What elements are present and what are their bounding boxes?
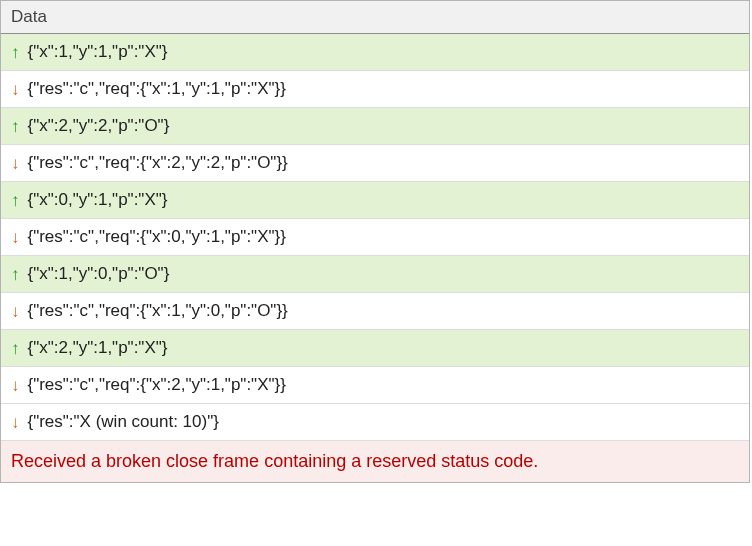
error-message: Received a broken close frame containing…: [1, 440, 749, 482]
row-text: {"x":2,"y":1,"p":"X"}: [28, 338, 168, 358]
rows-container: ↑{"x":1,"y":1,"p":"X"}↓{"res":"c","req":…: [1, 34, 749, 440]
data-row[interactable]: ↑{"x":2,"y":2,"p":"O"}: [1, 108, 749, 145]
arrow-down-icon: ↓: [11, 377, 20, 394]
data-panel: Data ↑{"x":1,"y":1,"p":"X"}↓{"res":"c","…: [0, 0, 750, 483]
arrow-up-icon: ↑: [11, 44, 20, 61]
arrow-up-icon: ↑: [11, 192, 20, 209]
data-row[interactable]: ↓{"res":"c","req":{"x":1,"y":0,"p":"O"}}: [1, 293, 749, 330]
row-text: {"x":1,"y":0,"p":"O"}: [28, 264, 170, 284]
row-text: {"x":2,"y":2,"p":"O"}: [28, 116, 170, 136]
row-text: {"res":"X (win count: 10)"}: [28, 412, 219, 432]
row-text: {"res":"c","req":{"x":1,"y":0,"p":"O"}}: [28, 301, 288, 321]
arrow-up-icon: ↑: [11, 266, 20, 283]
row-text: {"res":"c","req":{"x":1,"y":1,"p":"X"}}: [28, 79, 286, 99]
arrow-down-icon: ↓: [11, 155, 20, 172]
arrow-down-icon: ↓: [11, 414, 20, 431]
data-row[interactable]: ↓{"res":"c","req":{"x":1,"y":1,"p":"X"}}: [1, 71, 749, 108]
arrow-up-icon: ↑: [11, 118, 20, 135]
row-text: {"res":"c","req":{"x":2,"y":2,"p":"O"}}: [28, 153, 288, 173]
row-text: {"res":"c","req":{"x":2,"y":1,"p":"X"}}: [28, 375, 286, 395]
arrow-down-icon: ↓: [11, 303, 20, 320]
data-row[interactable]: ↓{"res":"c","req":{"x":2,"y":2,"p":"O"}}: [1, 145, 749, 182]
data-row[interactable]: ↑{"x":2,"y":1,"p":"X"}: [1, 330, 749, 367]
data-row[interactable]: ↓{"res":"c","req":{"x":0,"y":1,"p":"X"}}: [1, 219, 749, 256]
arrow-down-icon: ↓: [11, 229, 20, 246]
row-text: {"x":0,"y":1,"p":"X"}: [28, 190, 168, 210]
data-row[interactable]: ↓{"res":"c","req":{"x":2,"y":1,"p":"X"}}: [1, 367, 749, 404]
arrow-down-icon: ↓: [11, 81, 20, 98]
data-row[interactable]: ↑{"x":1,"y":0,"p":"O"}: [1, 256, 749, 293]
panel-title: Data: [1, 1, 749, 34]
arrow-up-icon: ↑: [11, 340, 20, 357]
data-row[interactable]: ↓{"res":"X (win count: 10)"}: [1, 404, 749, 440]
data-row[interactable]: ↑{"x":1,"y":1,"p":"X"}: [1, 34, 749, 71]
row-text: {"x":1,"y":1,"p":"X"}: [28, 42, 168, 62]
row-text: {"res":"c","req":{"x":0,"y":1,"p":"X"}}: [28, 227, 286, 247]
data-row[interactable]: ↑{"x":0,"y":1,"p":"X"}: [1, 182, 749, 219]
